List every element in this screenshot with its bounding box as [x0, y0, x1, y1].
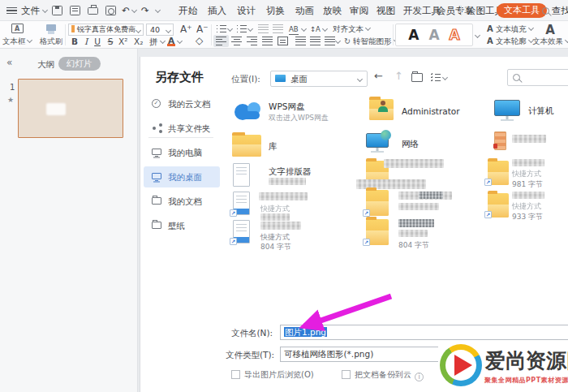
italic-button[interactable]: I: [83, 36, 89, 47]
folder-icon: [232, 135, 261, 157]
location-select[interactable]: 桌面: [270, 71, 368, 87]
phonetic-guide-button[interactable]: 拼: [149, 36, 165, 47]
tab-devtools[interactable]: 开发工具: [403, 0, 441, 21]
line-spacing-options-icon[interactable]: [310, 37, 321, 45]
align-center-icon[interactable]: [231, 37, 242, 45]
desktop-icon: [152, 173, 161, 179]
export-browse-checkbox[interactable]: 导出图片后浏览(O): [231, 369, 314, 381]
chevron-down-icon[interactable]: [335, 38, 341, 44]
view-mode-chevron-icon[interactable]: [442, 75, 448, 80]
tab-review[interactable]: 审阅: [350, 0, 368, 21]
shrink-font-button[interactable]: A⁻: [196, 24, 209, 35]
tab-text-tools[interactable]: 文本工具: [497, 3, 547, 18]
style-preview-plain[interactable]: A: [408, 27, 419, 43]
watermark-title: 爱尚资源网: [485, 347, 568, 374]
decrease-indent-icon[interactable]: [258, 24, 269, 33]
text-outline-button[interactable]: A 文本轮廓: [487, 36, 533, 47]
nav-shared-folder[interactable]: 共享文件夹: [144, 118, 220, 139]
undo-icon[interactable]: ↶: [122, 0, 130, 21]
grow-font-button[interactable]: A⁺: [180, 24, 192, 35]
chevron-down-icon[interactable]: [247, 26, 253, 32]
text-direction-button[interactable]: AB: [289, 24, 299, 35]
redacted-filename: [512, 159, 544, 166]
chevron-down-icon: [166, 28, 171, 33]
chevron-down-icon[interactable]: [227, 26, 233, 32]
tab-slides[interactable]: 幻灯片: [58, 57, 101, 71]
subscript-button[interactable]: X₂: [134, 36, 143, 47]
font-color-button[interactable]: A: [167, 35, 175, 46]
tab-animation[interactable]: 动画: [295, 0, 314, 21]
nav-wallpaper[interactable]: 壁纸: [144, 215, 220, 236]
text-style-gallery[interactable]: AAA: [395, 24, 473, 46]
clear-format-button[interactable]: ◇: [196, 35, 203, 46]
back-button[interactable]: ←: [374, 70, 383, 82]
align-left-icon[interactable]: [216, 37, 226, 45]
hamburger-menu-icon[interactable]: [6, 7, 17, 14]
tab-outline[interactable]: 大纲: [37, 59, 54, 71]
print-preview-icon[interactable]: [105, 6, 116, 15]
distribute-text-icon[interactable]: [278, 37, 288, 45]
justify-icon[interactable]: [262, 37, 273, 45]
align-right-icon[interactable]: [247, 37, 257, 45]
print-icon[interactable]: [88, 7, 98, 15]
strikethrough-button[interactable]: S: [106, 36, 114, 47]
tab-transition[interactable]: 切换: [266, 0, 285, 21]
redacted-filename: [384, 159, 444, 168]
tab-view[interactable]: 视图: [377, 0, 395, 21]
divider: [393, 24, 394, 45]
text-fill-icon: A: [487, 24, 493, 33]
search-button[interactable]: 查找: [542, 0, 568, 21]
align-text-button[interactable]: 对齐文本: [333, 24, 370, 35]
search-files-input[interactable]: [507, 69, 568, 86]
font-size-select[interactable]: 40: [146, 24, 174, 36]
save-icon[interactable]: [52, 6, 62, 15]
app-box-icon: [233, 163, 250, 187]
toolbar-more-icon[interactable]: [155, 7, 161, 13]
collapse-panel-button[interactable]: «: [6, 57, 12, 68]
tab-design[interactable]: 设计: [237, 0, 256, 21]
superscript-button[interactable]: X²: [118, 36, 127, 47]
tab-home[interactable]: 开始: [179, 0, 197, 21]
underline-button[interactable]: U: [93, 36, 101, 47]
numbered-list-icon[interactable]: [236, 24, 247, 33]
chevron-down-icon[interactable]: [301, 26, 307, 32]
redo-icon[interactable]: ↷: [141, 0, 149, 21]
nav-my-documents[interactable]: 我的文档: [144, 191, 220, 212]
style-preview-gray[interactable]: A: [428, 27, 439, 43]
menubar: 文件 ↶ ↷ 开始 插入 设计 切换 动画 放映 审阅 视图 开发工具 会员专享…: [0, 0, 568, 21]
smart-graphic-button[interactable]: ↻ 转智能图形: [344, 36, 398, 47]
export-icon[interactable]: [70, 6, 80, 15]
increase-indent-icon[interactable]: [273, 24, 283, 33]
new-folder-button[interactable]: [411, 73, 423, 82]
format-painter-button[interactable]: 格式刷: [36, 23, 67, 47]
line-spacing-button[interactable]: ↕A: [310, 24, 321, 35]
paragraph-spacing-icon[interactable]: [295, 37, 306, 45]
tab-insert[interactable]: 插入: [208, 0, 226, 21]
font-name-select[interactable]: 锐字真言体免费商: [68, 24, 144, 36]
chevron-down-icon[interactable]: [322, 26, 328, 32]
nav-cloud-docs[interactable]: ✓我的云文档: [144, 93, 220, 114]
view-mode-button[interactable]: [431, 73, 441, 82]
backup-cloud-checkbox[interactable]: 把文档备份到云i: [342, 369, 424, 381]
textbox-button[interactable]: A 文本框: [2, 23, 32, 47]
up-button[interactable]: ↑: [394, 70, 403, 82]
nav-my-computer[interactable]: 我的电脑: [144, 142, 220, 163]
watermark-subtitle: 聚集全网精品PPT素材资源网站: [484, 376, 568, 385]
style-preview-outline[interactable]: A: [450, 27, 460, 43]
text-fill-button[interactable]: A 文本填充: [487, 24, 533, 35]
redacted-filename: [512, 192, 544, 199]
redacted-filename: [259, 192, 308, 200]
bullet-list-icon[interactable]: [216, 24, 226, 33]
bold-button[interactable]: B: [70, 36, 80, 47]
file-menu[interactable]: 文件: [21, 0, 47, 21]
chevron-down-icon: [42, 7, 48, 13]
slide-thumbnail[interactable]: [18, 79, 123, 138]
filename-input[interactable]: 图片1.png: [280, 325, 568, 340]
undo-chevron-icon[interactable]: [131, 7, 137, 13]
nav-my-desktop[interactable]: 我的桌面: [144, 166, 220, 187]
font-color-chevron-icon[interactable]: [177, 38, 183, 44]
tab-slideshow[interactable]: 放映: [323, 0, 342, 21]
text-effects-button[interactable]: A 文本效果: [532, 23, 568, 47]
style-gallery-more-icon[interactable]: [475, 32, 480, 38]
spacing-more-icon[interactable]: [325, 37, 335, 45]
